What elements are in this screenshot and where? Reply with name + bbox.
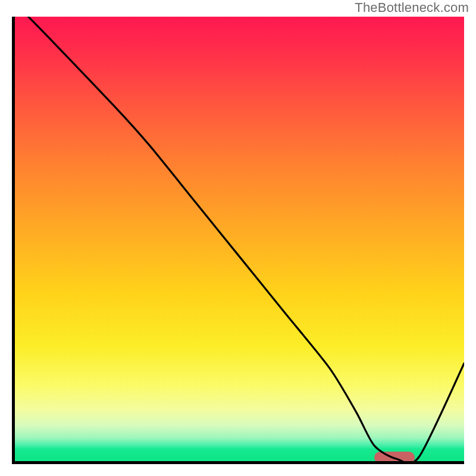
plot-area	[12, 17, 464, 464]
watermark-text: TheBottleneck.com	[355, 0, 469, 15]
curve-path	[15, 17, 464, 461]
bottleneck-curve	[15, 17, 464, 461]
chart-container: TheBottleneck.com	[0, 0, 476, 476]
